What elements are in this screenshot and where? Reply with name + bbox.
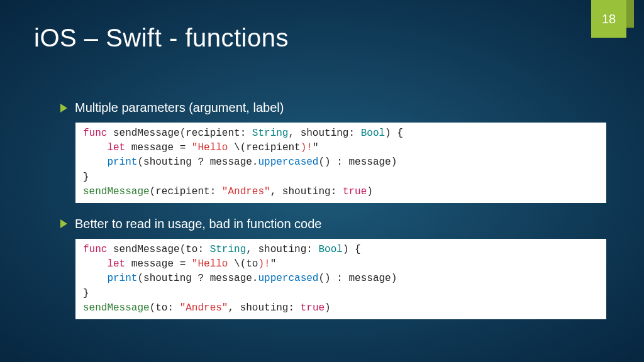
- keyword: true: [343, 186, 367, 197]
- slide-number-badge: 18: [591, 0, 626, 38]
- bullet-text: Multiple parameters (argument, label): [75, 101, 284, 115]
- string: "Andres": [180, 302, 228, 314]
- code-text: sendMessage(to:: [107, 244, 209, 255]
- type: Bool: [318, 244, 342, 255]
- code-text: sendMessage(recipient:: [107, 128, 252, 139]
- function-call: sendMessage: [83, 302, 150, 314]
- bullet-item: Multiple parameters (argument, label): [60, 101, 606, 115]
- code-text: ": [270, 258, 277, 270]
- code-text: ) {: [343, 244, 361, 255]
- type: String: [210, 244, 247, 255]
- code-text: (recipient:: [150, 186, 222, 197]
- code-text: message =: [125, 258, 192, 270]
- code-text: [83, 273, 107, 284]
- code-text: , shouting:: [228, 302, 300, 314]
- code-text: to: [246, 258, 258, 270]
- code-text: , shouting:: [270, 186, 343, 197]
- keyword: let: [107, 142, 125, 153]
- code-block-2: func sendMessage(to: String, shouting: B…: [75, 239, 606, 319]
- string: )!: [258, 258, 270, 270]
- bullet-icon: [60, 104, 67, 112]
- code-text: }: [83, 172, 89, 183]
- bullet-item: Better to read in usage, bad in function…: [60, 217, 606, 231]
- code-text: (shouting ? message.: [137, 273, 258, 284]
- type: String: [252, 128, 289, 139]
- type: Bool: [361, 128, 385, 139]
- code-text: ": [313, 142, 319, 153]
- code-text: , shouting:: [246, 244, 318, 255]
- slide-number: 18: [602, 12, 616, 26]
- code-text: , shouting:: [288, 128, 360, 139]
- code-text: [83, 156, 107, 168]
- code-text: ): [325, 302, 331, 314]
- method: uppercased: [258, 156, 318, 168]
- code-text: [83, 258, 107, 270]
- string: "Andres": [222, 186, 270, 197]
- code-text: ): [367, 186, 373, 197]
- builtin: print: [107, 156, 137, 168]
- code-text: () : message): [318, 156, 397, 168]
- code-text: ) {: [385, 128, 403, 139]
- builtin: print: [107, 273, 137, 284]
- function-call: sendMessage: [83, 186, 150, 197]
- code-text: () : message): [318, 273, 397, 284]
- method: uppercased: [258, 273, 318, 284]
- slide-content: Multiple parameters (argument, label) fu…: [60, 101, 606, 333]
- code-text: }: [83, 288, 89, 299]
- string: "Hello: [192, 142, 234, 153]
- slide-title: iOS – Swift - functions: [34, 24, 289, 52]
- code-text: \(: [234, 142, 246, 153]
- code-text: recipient: [246, 142, 300, 153]
- code-block-1: func sendMessage(recipient: String, shou…: [75, 123, 606, 203]
- keyword: func: [83, 244, 107, 255]
- keyword: true: [301, 302, 325, 314]
- code-text: (shouting ? message.: [137, 156, 258, 168]
- code-text: \(: [234, 258, 246, 270]
- string: "Hello: [192, 258, 234, 270]
- bullet-text: Better to read in usage, bad in function…: [75, 217, 322, 231]
- keyword: let: [107, 258, 125, 270]
- code-text: message =: [125, 142, 192, 153]
- code-text: [83, 142, 107, 153]
- keyword: func: [83, 128, 107, 139]
- bullet-icon: [60, 219, 67, 228]
- code-text: (to:: [150, 302, 180, 314]
- string: )!: [301, 142, 313, 153]
